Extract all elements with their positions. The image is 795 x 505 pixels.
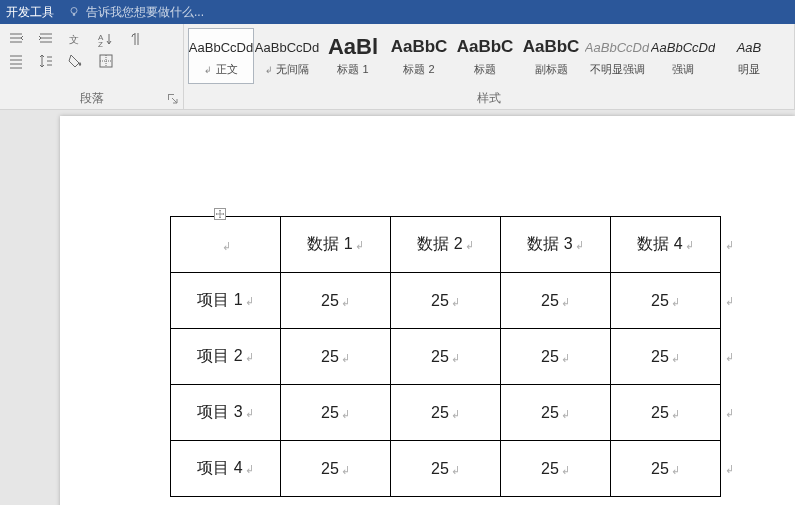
show-marks-button[interactable]: [126, 30, 146, 48]
style-sample: AaBl: [321, 33, 385, 61]
row-end-mark-icon: ↲: [725, 406, 734, 419]
ribbon-group-styles: AaBbCcDd↲ 正文AaBbCcDd↲ 无间隔AaBl标题 1AaBbC标题…: [184, 24, 795, 109]
title-bar: 开发工具 告诉我您想要做什么...: [0, 0, 795, 24]
group-label-styles: 样式: [184, 90, 794, 107]
style-item-4[interactable]: AaBbC标题: [452, 28, 518, 84]
style-item-1[interactable]: AaBbCcDd↲ 无间隔: [254, 28, 320, 84]
style-sample: AaBbCcDd: [651, 33, 715, 61]
style-sample: AaBbC: [519, 33, 583, 61]
style-name: ↲ 正文: [189, 62, 253, 77]
style-name: 副标题: [519, 62, 583, 77]
data-cell[interactable]: 25↲: [281, 329, 391, 385]
sort-button[interactable]: AZ: [96, 30, 116, 48]
svg-point-0: [71, 8, 77, 14]
style-sample: AaBbCcDd: [189, 33, 253, 61]
tell-me-placeholder: 告诉我您想要做什么...: [86, 4, 204, 21]
table-corner-cell[interactable]: ↲: [171, 217, 281, 273]
line-spacing-button[interactable]: [36, 52, 56, 70]
style-name: 标题: [453, 62, 517, 77]
data-cell[interactable]: 25↲: [281, 441, 391, 497]
table-header-cell[interactable]: 数据 1↲: [281, 217, 391, 273]
table-header-cell[interactable]: 数据 3↲: [501, 217, 611, 273]
table-row: 项目 4↲25↲25↲25↲25↲↲: [171, 441, 721, 497]
style-name: 明显: [717, 62, 781, 77]
table-header-cell[interactable]: 数据 4↲↲: [611, 217, 721, 273]
style-item-8[interactable]: AaB明显: [716, 28, 782, 84]
data-cell[interactable]: 25↲↲: [611, 441, 721, 497]
data-cell[interactable]: 25↲: [391, 273, 501, 329]
asian-layout-button[interactable]: 文: [66, 30, 86, 48]
data-cell[interactable]: 25↲: [501, 385, 611, 441]
row-label-cell[interactable]: 项目 4↲: [171, 441, 281, 497]
data-cell[interactable]: 25↲: [391, 385, 501, 441]
table-row: 项目 1↲25↲25↲25↲25↲↲: [171, 273, 721, 329]
paragraph-dialog-launcher-icon[interactable]: [166, 92, 180, 106]
style-name: 标题 1: [321, 62, 385, 77]
data-cell[interactable]: 25↲↲: [611, 329, 721, 385]
ribbon-group-paragraph: 文 AZ 段落: [0, 24, 184, 109]
data-cell[interactable]: 25↲↲: [611, 385, 721, 441]
style-sample: AaBbC: [387, 33, 451, 61]
svg-rect-1: [73, 14, 75, 16]
row-label-cell[interactable]: 项目 3↲: [171, 385, 281, 441]
shading-button[interactable]: [66, 52, 86, 70]
style-name: 强调: [651, 62, 715, 77]
style-item-7[interactable]: AaBbCcDd强调: [650, 28, 716, 84]
style-name: ↲ 无间隔: [255, 62, 319, 77]
style-sample: AaB: [717, 33, 781, 61]
row-label-cell[interactable]: 项目 1↲: [171, 273, 281, 329]
lightbulb-icon: [68, 6, 80, 18]
style-sample: AaBbC: [453, 33, 517, 61]
row-label-cell[interactable]: 项目 2↲: [171, 329, 281, 385]
table-row: 项目 3↲25↲25↲25↲25↲↲: [171, 385, 721, 441]
data-cell[interactable]: 25↲: [501, 329, 611, 385]
document-area[interactable]: ↲数据 1↲数据 2↲数据 3↲数据 4↲↲项目 1↲25↲25↲25↲25↲↲…: [0, 110, 795, 505]
style-name: 标题 2: [387, 62, 451, 77]
row-end-mark-icon: ↲: [725, 238, 734, 251]
page: ↲数据 1↲数据 2↲数据 3↲数据 4↲↲项目 1↲25↲25↲25↲25↲↲…: [60, 116, 795, 505]
style-name: 不明显强调: [585, 62, 649, 77]
group-label-paragraph: 段落: [0, 90, 183, 107]
svg-text:文: 文: [69, 34, 79, 45]
table-row: 项目 2↲25↲25↲25↲25↲↲: [171, 329, 721, 385]
increase-indent-button[interactable]: [36, 30, 56, 48]
row-end-mark-icon: ↲: [725, 350, 734, 363]
style-gallery[interactable]: AaBbCcDd↲ 正文AaBbCcDd↲ 无间隔AaBl标题 1AaBbC标题…: [188, 28, 790, 86]
tell-me-search[interactable]: 告诉我您想要做什么...: [68, 4, 204, 21]
data-cell[interactable]: 25↲: [501, 273, 611, 329]
style-item-2[interactable]: AaBl标题 1: [320, 28, 386, 84]
style-item-5[interactable]: AaBbC副标题: [518, 28, 584, 84]
borders-button[interactable]: [96, 52, 116, 70]
row-end-mark-icon: ↲: [725, 294, 734, 307]
style-sample: AaBbCcDd: [585, 33, 649, 61]
data-cell[interactable]: 25↲: [281, 385, 391, 441]
row-end-mark-icon: ↲: [725, 462, 734, 475]
data-cell[interactable]: 25↲: [501, 441, 611, 497]
style-sample: AaBbCcDd: [255, 33, 319, 61]
ribbon-tab-devtools[interactable]: 开发工具: [6, 4, 54, 21]
data-cell[interactable]: 25↲: [391, 329, 501, 385]
table-header-cell[interactable]: 数据 2↲: [391, 217, 501, 273]
data-table[interactable]: ↲数据 1↲数据 2↲数据 3↲数据 4↲↲项目 1↲25↲25↲25↲25↲↲…: [170, 216, 721, 497]
align-distribute-button[interactable]: [6, 52, 26, 70]
data-cell[interactable]: 25↲: [391, 441, 501, 497]
style-item-6[interactable]: AaBbCcDd不明显强调: [584, 28, 650, 84]
data-cell[interactable]: 25↲↲: [611, 273, 721, 329]
decrease-indent-button[interactable]: [6, 30, 26, 48]
ribbon: 文 AZ 段落 AaBbCcDd↲ 正文AaBbCcDd↲ 无间隔AaBl标题 …: [0, 24, 795, 110]
table-header-row: ↲数据 1↲数据 2↲数据 3↲数据 4↲↲: [171, 217, 721, 273]
style-item-3[interactable]: AaBbC标题 2: [386, 28, 452, 84]
data-cell[interactable]: 25↲: [281, 273, 391, 329]
svg-text:Z: Z: [98, 40, 103, 47]
style-item-0[interactable]: AaBbCcDd↲ 正文: [188, 28, 254, 84]
